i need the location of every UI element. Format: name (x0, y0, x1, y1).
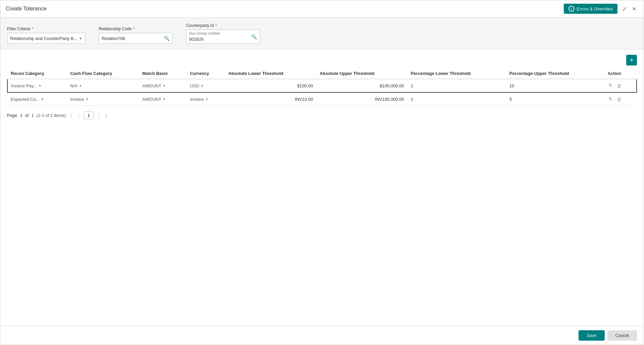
match-basis-arrow-2: ▼ (163, 97, 166, 101)
col-absolute-lower: Absolute Lower Threshold (225, 68, 316, 79)
currency-arrow-1: ▼ (200, 84, 204, 88)
col-recon-category: Recon Category (7, 68, 67, 79)
counterparty-id-group: Counterparty Id * Sun Group Limited 0016… (186, 23, 260, 44)
page-current: 1 (20, 113, 22, 118)
cell-abs-lower-1: $100.00 (225, 79, 316, 92)
counterparty-search-icon[interactable]: 🔍 (251, 34, 257, 39)
filter-criteria-arrow: ▼ (79, 37, 82, 40)
errors-overrides-button[interactable]: i Errors & Overrides (564, 4, 617, 14)
cell-recon-category-1: Invoice Pay... ▼ (7, 79, 67, 92)
cell-recon-category-2: Expected Ca... ▼ (7, 92, 67, 106)
cell-abs-upper-1: $100,000.00 (316, 79, 407, 92)
delete-button-2[interactable]: 🗑 (616, 96, 623, 103)
table-row: Invoice Pay... ▼ N/A ▼ AMOUNT ▼ (7, 79, 637, 92)
errors-button-label: Errors & Overrides (577, 6, 613, 11)
col-pct-upper: Percentage Upper Threshold (506, 68, 604, 79)
match-basis-select-1: AMOUNT ▼ (142, 83, 183, 88)
match-basis-arrow-1: ▼ (163, 84, 166, 88)
relationship-search-icon[interactable]: 🔍 (164, 36, 170, 41)
cell-pct-upper-2: 5 (506, 92, 604, 106)
col-action: Action (604, 68, 637, 79)
of-label: of (25, 113, 29, 118)
tolerance-table: Recon Category Cash Flow Category Match … (7, 68, 637, 106)
cell-action-1: ✎ 🗑 (604, 79, 637, 92)
action-icons-2: ✎ 🗑 (608, 95, 633, 103)
cell-pct-lower-2: 1 (407, 92, 506, 106)
counterparty-id-label: Counterparty Id * (186, 23, 260, 28)
save-button[interactable]: Save (579, 330, 605, 341)
header-row: Recon Category Cash Flow Category Match … (7, 68, 637, 79)
filter-criteria-group: Filter Criteria * Relationship and Count… (7, 26, 85, 44)
filter-criteria-select-wrapper: Relationship and CounterParty B... ▼ (7, 33, 85, 44)
edit-button-1[interactable]: ✎ (608, 82, 613, 89)
items-info: (1-2 of 2 items) (37, 113, 66, 118)
expand-button[interactable]: ⤢ (620, 5, 629, 13)
counterparty-text: Sun Group Limited 001626 (189, 31, 251, 42)
currency-arrow-2: ▼ (205, 97, 209, 101)
info-icon: i (568, 6, 574, 12)
cell-abs-upper-2: INV100,000.00 (316, 92, 407, 106)
required-star-filter: * (32, 26, 33, 32)
currency-select-2: Invoice ▼ (190, 97, 222, 102)
add-btn-row: + (7, 55, 637, 66)
cell-cash-flow-2: Invoice ▼ (67, 92, 139, 106)
last-page-button[interactable]: ⟫ (103, 112, 109, 119)
cell-currency-2: Invoice ▼ (187, 92, 225, 106)
modal-header: Create Tolerance i Errors & Overrides ⤢ … (0, 0, 644, 17)
page-label: Page (7, 113, 17, 118)
table-row: Expected Ca... ▼ Invoice ▼ AMOUNT (7, 92, 637, 106)
counterparty-line2: 001626 (189, 36, 251, 42)
filter-criteria-label: Filter Criteria * (7, 26, 85, 32)
add-row-button[interactable]: + (626, 55, 637, 66)
relationship-code-input[interactable] (102, 36, 164, 41)
edit-button-2[interactable]: ✎ (608, 95, 613, 103)
required-star-rel: * (133, 26, 135, 32)
recon-cat-arrow-1: ▼ (38, 84, 42, 88)
header-right: i Errors & Overrides ⤢ ✕ (564, 4, 638, 14)
total-pages: 1 (31, 113, 34, 118)
modal-footer: Save Cancel (0, 326, 644, 345)
col-currency: Currency (187, 68, 225, 79)
close-button[interactable]: ✕ (630, 5, 638, 13)
filter-criteria-select[interactable]: Relationship and CounterParty B... (10, 36, 78, 41)
first-page-button[interactable]: ⟪ (68, 112, 74, 119)
col-match-basis: Match Basis (139, 68, 187, 79)
cash-flow-select-1: N/A ▼ (70, 83, 136, 88)
prev-page-button[interactable]: ⟨ (77, 112, 81, 119)
next-page-button[interactable]: ⟩ (96, 112, 101, 119)
recon-category-select-1: Invoice Pay... ▼ (11, 83, 63, 88)
cash-flow-select-2: Invoice ▼ (70, 97, 136, 102)
counterparty-line1: Sun Group Limited (189, 31, 251, 36)
filter-section: Filter Criteria * Relationship and Count… (0, 17, 644, 49)
recon-category-select-2: Expected Ca... ▼ (11, 97, 63, 102)
cell-match-basis-1: AMOUNT ▼ (139, 79, 187, 92)
table-body: Invoice Pay... ▼ N/A ▼ AMOUNT ▼ (7, 79, 637, 106)
window-controls: ⤢ ✕ (620, 5, 638, 13)
currency-select-1: USD ▼ (190, 83, 222, 88)
table-header: Recon Category Cash Flow Category Match … (7, 68, 637, 79)
cell-currency-1: USD ▼ (187, 79, 225, 92)
col-absolute-upper: Absolute Upper Threshold (316, 68, 407, 79)
delete-button-1[interactable]: 🗑 (616, 82, 623, 89)
page-input[interactable] (84, 111, 94, 119)
action-icons-1: ✎ 🗑 (608, 82, 633, 89)
filter-row: Filter Criteria * Relationship and Count… (7, 23, 637, 44)
counterparty-id-wrapper: Sun Group Limited 001626 🔍 (186, 30, 260, 44)
table-section: + Recon Category Cash Flow Category Matc… (0, 49, 644, 326)
relationship-code-label: Relationship Code * (99, 26, 173, 32)
relationship-code-input-wrapper: 🔍 (99, 33, 173, 44)
pagination: Page 1 of 1 (1-2 of 2 items) ⟪ ⟨ ⟩ ⟫ (7, 111, 637, 119)
cash-flow-arrow-2: ▼ (85, 97, 89, 101)
cell-action-2: ✎ 🗑 (604, 92, 637, 106)
modal-title: Create Tolerance (6, 6, 47, 12)
cell-abs-lower-2: INV10.00 (225, 92, 316, 106)
cell-pct-upper-1: 10 (506, 79, 604, 92)
cancel-button[interactable]: Cancel (607, 330, 637, 341)
cash-flow-arrow-1: ▼ (79, 84, 82, 88)
relationship-code-group: Relationship Code * 🔍 (99, 26, 173, 44)
required-star-cp: * (215, 23, 217, 28)
col-cash-flow-category: Cash Flow Category (67, 68, 139, 79)
match-basis-select-2: AMOUNT ▼ (142, 97, 183, 102)
cell-match-basis-2: AMOUNT ▼ (139, 92, 187, 106)
create-tolerance-modal: Create Tolerance i Errors & Overrides ⤢ … (0, 0, 644, 345)
